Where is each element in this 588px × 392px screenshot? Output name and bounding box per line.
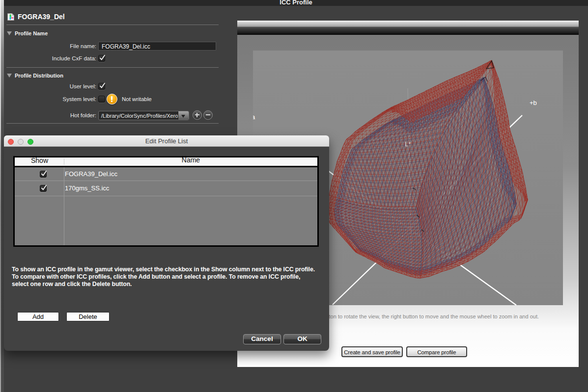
svg-text:a: a <box>253 113 255 121</box>
svg-text:+b: +b <box>530 99 537 106</box>
svg-text:L*: L* <box>405 140 411 148</box>
